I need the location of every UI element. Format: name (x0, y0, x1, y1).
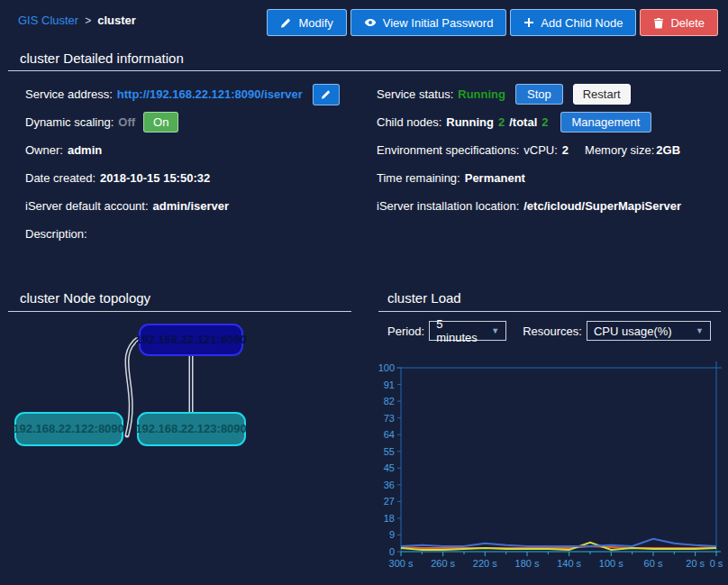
add-child-node-button[interactable]: Add Child Node (510, 9, 636, 36)
pencil-icon (280, 17, 292, 29)
date-created-row: Date created: 2018-10-15 15:50:32 (25, 164, 340, 192)
resources-select[interactable]: CPU usage(%) ▼ (587, 321, 711, 341)
time-remaining-row: Time remaining: Permanent (377, 164, 681, 192)
detail-left-column: Service address: http://192.168.22.121:8… (25, 80, 340, 248)
cpu-usage-line-chart: 10091827364554536271890300 s260 s220 s18… (377, 353, 728, 585)
child-total-label: /total (509, 115, 537, 129)
topology-node-child-1-label: 192.168.22.122:8090 (13, 422, 124, 435)
modify-button[interactable]: Modify (267, 9, 346, 36)
svg-text:27: 27 (384, 496, 395, 507)
view-initial-password-button[interactable]: View Initial Password (350, 9, 507, 36)
cluster-detail-page: GIS Cluster > cluster Modify View Initia… (0, 0, 728, 585)
svg-text:18: 18 (384, 513, 395, 524)
restart-button[interactable]: Restart (573, 84, 631, 105)
chevron-down-icon: ▼ (491, 326, 499, 335)
add-child-node-label: Add Child Node (541, 16, 623, 30)
load-controls: Period: 5 minutes ▼ Resources: CPU usage… (387, 321, 711, 341)
pencil-icon (321, 89, 332, 100)
dynamic-scaling-row: Dynamic scaling: Off On (25, 108, 340, 136)
management-button[interactable]: Management (560, 112, 652, 133)
svg-text:82: 82 (384, 396, 395, 407)
svg-text:55: 55 (384, 446, 395, 457)
svg-text:100 s: 100 s (599, 558, 623, 569)
service-status-label: Service status: (377, 87, 453, 101)
memory-value: 2GB (656, 143, 680, 157)
edit-service-address-button[interactable] (313, 84, 340, 105)
description-label: Description: (25, 227, 87, 241)
child-total-count: 2 (541, 115, 548, 129)
delete-button[interactable]: Delete (640, 9, 718, 36)
dynamic-scaling-on-button[interactable]: On (143, 112, 178, 133)
delete-button-label: Delete (670, 16, 705, 30)
install-location-value: /etc/icloud/SuperMapiServer (523, 199, 681, 213)
owner-row: Owner: admin (25, 136, 340, 164)
dynamic-scaling-off-text: Off (118, 115, 135, 129)
environment-label: Environment specifications: (377, 143, 519, 157)
topology-node-child-2[interactable]: 192.168.22.123:8090 (135, 413, 247, 445)
child-running-count: 2 (498, 115, 505, 129)
time-remaining-label: Time remaining: (377, 171, 460, 185)
svg-text:9: 9 (389, 529, 395, 540)
time-remaining-value: Permanent (465, 171, 525, 185)
topology-graph: 192.168.22.121:8090 192.168.22.122:8090 … (0, 317, 360, 457)
period-selected-value: 5 minutes (436, 317, 484, 344)
plus-icon (523, 17, 534, 28)
period-select[interactable]: 5 minutes ▼ (429, 321, 506, 341)
svg-text:300 s: 300 s (389, 558, 414, 569)
owner-label: Owner: (25, 143, 63, 157)
resources-selected-value: CPU usage(%) (594, 324, 672, 338)
install-location-label: iServer installation location: (377, 199, 519, 213)
svg-text:64: 64 (384, 429, 395, 440)
environment-row: Environment specifications: vCPU: 2 Memo… (377, 136, 681, 164)
trash-icon (653, 17, 664, 29)
vcpu-value: 2 (562, 143, 569, 157)
topology-node-child-1[interactable]: 192.168.22.122:8090 (13, 413, 124, 445)
service-address-link[interactable]: http://192.168.22.121:8090/iserver (117, 87, 303, 101)
breadcrumb: GIS Cluster > cluster (18, 14, 136, 27)
svg-text:60 s: 60 s (644, 558, 663, 569)
resources-label: Resources: (523, 324, 582, 338)
owner-value: admin (68, 143, 102, 157)
breadcrumb-separator: > (85, 14, 91, 27)
svg-text:180 s: 180 s (515, 558, 540, 569)
load-section-divider (378, 311, 721, 312)
chevron-down-icon: ▼ (696, 326, 704, 335)
child-nodes-row: Child nodes: Running 2 /total 2 Manageme… (377, 108, 681, 136)
stop-button[interactable]: Stop (515, 84, 563, 105)
service-address-label: Service address: (25, 87, 113, 101)
date-created-label: Date created: (25, 171, 96, 185)
breadcrumb-gis-cluster-link[interactable]: GIS Cluster (18, 14, 78, 27)
svg-text:73: 73 (384, 413, 395, 424)
date-created-value: 2018-10-15 15:50:32 (100, 171, 210, 185)
svg-text:36: 36 (384, 480, 395, 490)
svg-text:45: 45 (384, 462, 395, 473)
dynamic-scaling-label: Dynamic scaling: (25, 115, 114, 129)
modify-button-label: Modify (298, 16, 332, 30)
svg-text:20 s: 20 s (686, 558, 705, 569)
child-running-label: Running (446, 115, 494, 129)
install-location-row: iServer installation location: /etc/iclo… (377, 192, 681, 220)
detail-section-title: cluster Detailed information (20, 50, 184, 66)
breadcrumb-current-cluster: cluster (97, 14, 136, 27)
period-label: Period: (387, 324, 424, 338)
toolbar: Modify View Initial Password Add Child N… (267, 9, 718, 36)
topology-node-master-label: 192.168.22.121:8090 (135, 333, 247, 346)
description-row: Description: (25, 220, 340, 248)
child-nodes-label: Child nodes: (377, 115, 441, 129)
service-status-value: Running (458, 87, 505, 101)
svg-text:220 s: 220 s (473, 558, 497, 569)
service-status-row: Service status: Running Stop Restart (377, 80, 681, 108)
load-section-title: cluster Load (387, 290, 461, 306)
eye-icon (364, 16, 377, 29)
default-account-label: iServer default account: (25, 199, 149, 213)
memory-label: Memory size: (585, 143, 654, 157)
topology-node-master[interactable]: 192.168.22.121:8090 (135, 324, 247, 355)
svg-text:91: 91 (384, 379, 395, 390)
detail-right-column: Service status: Running Stop Restart Chi… (377, 80, 681, 220)
default-account-value: admin/iserver (153, 199, 230, 213)
topology-node-child-2-label: 192.168.22.123:8090 (135, 422, 247, 435)
svg-text:260 s: 260 s (431, 558, 455, 569)
detail-section-divider (8, 70, 721, 71)
svg-text:0 s: 0 s (710, 558, 723, 569)
svg-text:0: 0 (389, 546, 395, 557)
